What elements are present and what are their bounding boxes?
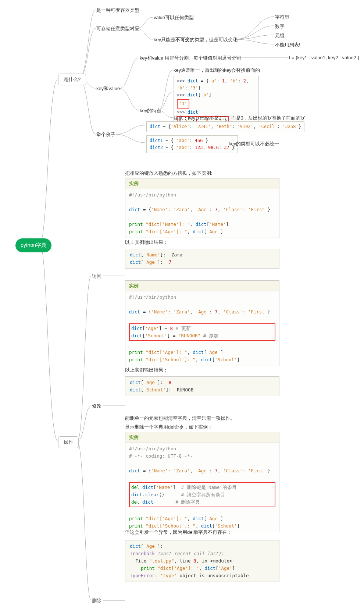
leaf-delete: 删除: [92, 597, 101, 604]
leaf-key-feature: key的特点: [140, 107, 161, 114]
leaf-kt-tuple: 元组: [275, 32, 285, 39]
leaf-key-unique: key通常唯一，后出现的key会替换前面的: [174, 67, 260, 74]
leaf-access: 访问: [92, 273, 101, 280]
out-delete: dict['Age']: Traceback (most recent call…: [125, 540, 279, 582]
leaf-kt-num: 数字: [275, 23, 285, 30]
node-ops[interactable]: 操作: [58, 436, 79, 448]
leaf-container-type: 是一种可变容器类型: [96, 7, 139, 14]
leaf-key-immutable: key只能是不可变的类型，但是可以变化: [154, 36, 238, 43]
leaf-ex-note: key的类型可以不必统一: [229, 141, 279, 147]
leaf-key-note: 注意：key'b'已经不是2了，而是3，后出现的'b'替换了前面的'b': [174, 115, 305, 121]
txt-del-exc: 但这会引发一个异常，因为用del后字典不再存在：: [125, 529, 232, 536]
leaf-kt-str: 字符串: [275, 14, 289, 21]
out-access: dict['Name']: Zara dict['Age']: 7: [125, 249, 279, 269]
leaf-kt-nolist: 不能用列表!: [275, 42, 300, 48]
leaf-modify: 修改: [92, 403, 101, 409]
code-modify: 实例 #!/usr/bin/python dict = {'Name': 'Za…: [125, 280, 279, 366]
code-ex2: dict1 = { 'abc': 456 } dict2 = { 'abc': …: [146, 135, 238, 153]
leaf-example: 举个例子: [96, 131, 115, 138]
root-node[interactable]: python字典: [15, 238, 51, 252]
out-modify: dict['Age']: 8 dict['School']: RUNOOB: [125, 376, 279, 396]
txt-del-intro1: 能删单一的元素也能清空字典，清空只需一项操作。: [125, 415, 235, 422]
leaf-kv-syntax: d = {key1 : value1, key2 : value2 }: [288, 55, 359, 60]
txt-access-intro: 把相应的键放入熟悉的方括弧，如下实例:: [125, 170, 213, 177]
code-access: 实例 #!/usr/bin/python dict = {'Name': 'Za…: [125, 178, 279, 238]
code-delete: 实例 #!/usr/bin/python # -*- coding: UTF-8…: [125, 432, 279, 532]
leaf-store-any: 可存储任意类型对应: [96, 25, 139, 32]
leaf-kv-sep: key和value 用冒号分割。每个键值对用逗号分割: [140, 55, 241, 61]
code-ex1: dict = {'Alice': '2341', 'Beth': '9102',…: [146, 121, 304, 132]
mindmap-canvas: python字典 是什么? 操作 是一种可变容器类型 可存储任意类型对应 val…: [0, 0, 364, 607]
code-header: 实例: [125, 432, 279, 443]
leaf-value-any: value可以任何类型: [154, 14, 194, 21]
node-what[interactable]: 是什么?: [58, 74, 86, 85]
txt-del-intro2: 显示删除一个字典用del命令，如下实例：: [125, 424, 213, 430]
txt-modify-out-lbl: 以上实例输出结果：: [125, 367, 168, 373]
code-header: 实例: [125, 178, 279, 189]
txt-access-out-lbl: 以上实例输出结果：: [125, 239, 168, 246]
leaf-keyvalue: key和value: [96, 85, 120, 92]
code-header: 实例: [125, 281, 279, 291]
